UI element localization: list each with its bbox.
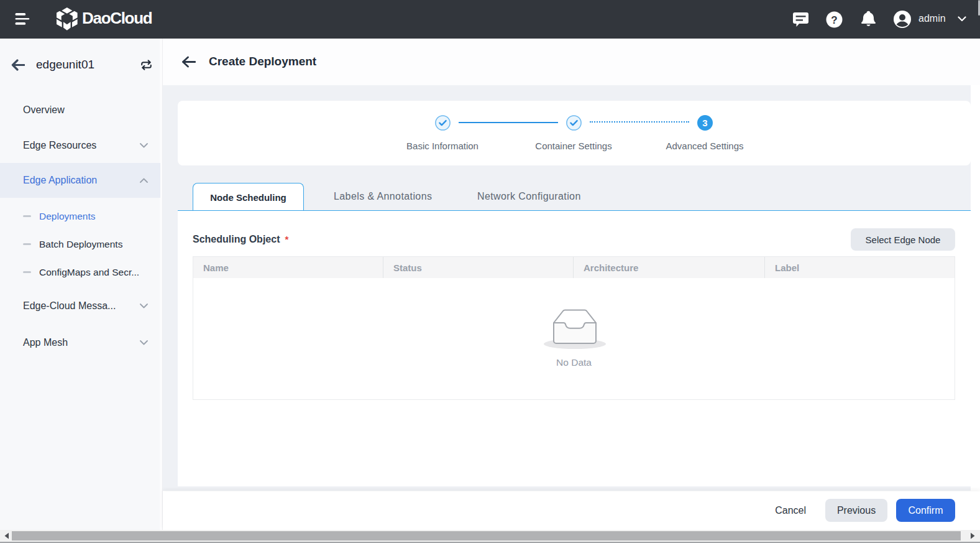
svg-text:?: ?: [831, 14, 837, 26]
